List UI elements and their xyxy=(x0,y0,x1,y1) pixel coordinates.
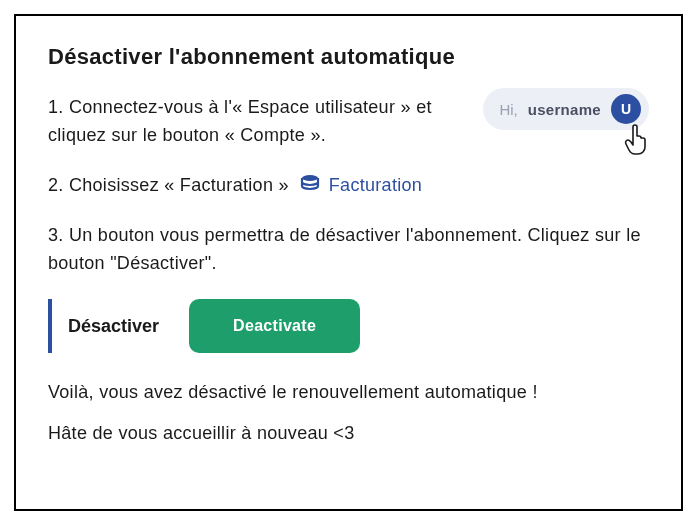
page-title: Désactiver l'abonnement automatique xyxy=(48,44,649,70)
deactivate-button[interactable]: Deactivate xyxy=(189,299,360,353)
svg-point-0 xyxy=(302,175,318,181)
deactivate-label: Désactiver xyxy=(48,299,167,353)
step-2-row: 2. Choisissez « Facturation » Facturatio… xyxy=(48,172,649,200)
billing-link-label: Facturation xyxy=(329,175,422,196)
pointer-cursor-icon xyxy=(623,124,651,160)
billing-link[interactable]: Facturation xyxy=(299,172,422,199)
step-1-row: 1. Connectez-vous à l'« Espace utilisate… xyxy=(48,94,649,172)
user-account-pill[interactable]: Hi, username U xyxy=(483,88,649,130)
instructions-panel: Désactiver l'abonnement automatique 1. C… xyxy=(14,14,683,511)
greeting-text: Hi, xyxy=(499,101,517,118)
username-text: username xyxy=(528,101,601,118)
outro-text-1: Voilà, vous avez désactivé le renouvelle… xyxy=(48,379,649,406)
step-1-text: 1. Connectez-vous à l'« Espace utilisate… xyxy=(48,94,465,150)
step-2-text: 2. Choisissez « Facturation » xyxy=(48,172,289,200)
deactivate-row: Désactiver Deactivate xyxy=(48,299,649,353)
avatar: U xyxy=(611,94,641,124)
step-3-text: 3. Un bouton vous permettra de désactive… xyxy=(48,222,649,278)
coins-icon xyxy=(299,172,321,199)
outro-text-2: Hâte de vous accueillir à nouveau <3 xyxy=(48,420,649,447)
